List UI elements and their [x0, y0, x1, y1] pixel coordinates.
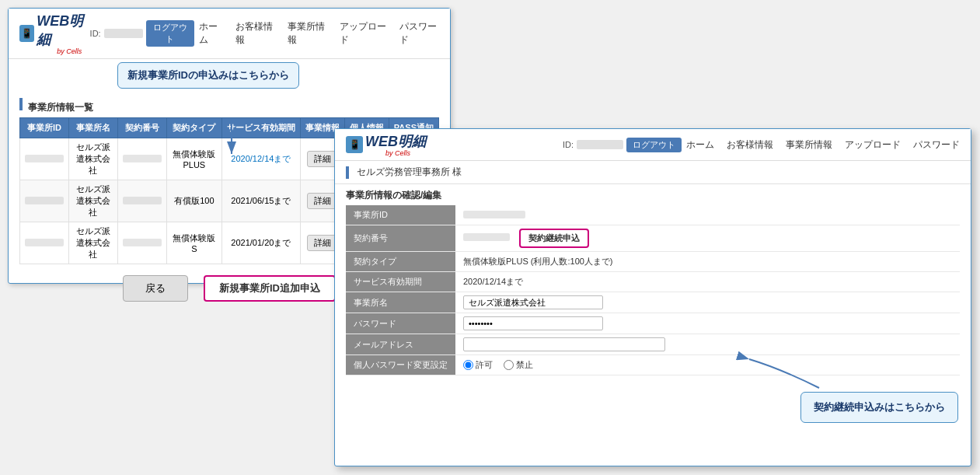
- form-row-contract-no: 契約番号 契約継続申込: [346, 225, 960, 252]
- form-row-office-id: 事業所ID: [346, 205, 960, 225]
- form-row-contract-type: 契約タイプ 無償体験版PLUS (利用人数:100人まで): [346, 252, 960, 272]
- logo-icon-2: 📱: [346, 136, 363, 153]
- nav2-upload[interactable]: アップロード: [845, 138, 901, 152]
- radio-deny[interactable]: [504, 360, 514, 370]
- nav-password[interactable]: パスワード: [399, 20, 439, 47]
- col-contract-type: 契約タイプ: [166, 118, 221, 138]
- label-office-name: 事業所名: [346, 292, 455, 313]
- label-password: パスワード: [346, 313, 455, 334]
- col-service-period: サービス有効期間: [221, 118, 300, 138]
- label-email: メールアドレス: [346, 334, 455, 355]
- value-email: [455, 334, 960, 355]
- nav-office[interactable]: 事業所情報: [288, 20, 327, 47]
- callout-contract-renew: 契約継続申込みはこちらから: [800, 392, 958, 423]
- page-title: 事業所情報一覧: [9, 93, 450, 117]
- col-contract-no: 契約番号: [117, 118, 166, 138]
- id-area: ID: ログアウト: [90, 20, 194, 47]
- form-row-email: メールアドレス: [346, 334, 960, 355]
- password-input[interactable]: [463, 316, 603, 330]
- col-office-name: 事業所名: [69, 118, 118, 138]
- value-password: [455, 313, 960, 334]
- label-service-period: サービス有効期間: [346, 272, 455, 292]
- window1-nav: ホーム お客様情報 事業所情報 アップロード パスワード: [199, 20, 439, 47]
- window2-header-right: ID: ログアウト ホーム お客様情報 事業所情報 アップロード パスワード: [563, 138, 960, 152]
- cell-contract-type: 無償体験版S: [166, 222, 221, 264]
- id-area-2: ID: ログアウト: [563, 138, 682, 152]
- new-office-button[interactable]: 新規事業所ID追加申込: [204, 275, 336, 302]
- window2: 📱 WEB明細 by Cells ID: ログアウト ホーム お客様情報 事業所…: [334, 128, 971, 466]
- value-office-id: [455, 205, 960, 225]
- form-row-office-name: 事業所名: [346, 292, 960, 313]
- label-password-change: 個人パスワード変更設定: [346, 355, 455, 375]
- logout-button-2[interactable]: ログアウト: [626, 138, 682, 152]
- form-row-service-period: サービス有効期間 2020/12/14まで: [346, 272, 960, 292]
- form-row-password: パスワード: [346, 313, 960, 334]
- col-office-id: 事業所ID: [20, 118, 69, 138]
- window2-header: 📱 WEB明細 by Cells ID: ログアウト ホーム お客様情報 事業所…: [335, 129, 971, 161]
- id-label: ID:: [90, 29, 101, 38]
- label-contract-type: 契約タイプ: [346, 252, 455, 272]
- cell-office-name: セルズ派遣株式会社: [69, 180, 118, 222]
- nav2-password[interactable]: パスワード: [913, 138, 960, 152]
- radio-deny-label[interactable]: 禁止: [504, 359, 533, 371]
- breadcrumb: セルズ労務管理事務所 様: [335, 161, 971, 184]
- cell-office-id: [20, 138, 69, 180]
- detail-btn-2[interactable]: 詳細: [307, 193, 338, 209]
- logo-web-text: WEB明細: [37, 12, 89, 49]
- window1-logo: 📱 WEB明細 by Cells: [19, 12, 90, 55]
- window1-header-right: ID: ログアウト ホーム お客様情報 事業所情報 アップロード パスワード: [90, 20, 439, 47]
- label-office-id: 事業所ID: [346, 205, 455, 225]
- cell-contract-type: 有償版100: [166, 180, 221, 222]
- window2-logo: 📱 WEB明細 by Cells: [346, 132, 426, 157]
- period-link[interactable]: 2020/12/14まで: [231, 154, 291, 163]
- back-button[interactable]: 戻る: [123, 275, 188, 302]
- window1-header: 📱 WEB明細 by Cells ID: ログアウト ホーム お客様情報 事業所…: [9, 9, 450, 59]
- detail-btn-3[interactable]: 詳細: [307, 235, 338, 251]
- radio-allow[interactable]: [463, 360, 473, 370]
- cell-period: 2021/01/20まで: [221, 222, 300, 264]
- radio-group: 許可 禁止: [463, 359, 952, 371]
- office-name-input[interactable]: [463, 295, 603, 309]
- id-value: [104, 29, 143, 38]
- nav2-home[interactable]: ホーム: [686, 138, 714, 152]
- cell-office-name: セルズ派遣株式会社: [69, 138, 118, 180]
- nav-customer[interactable]: お客様情報: [235, 20, 275, 47]
- value-office-name: [455, 292, 960, 313]
- form-row-password-change: 個人パスワード変更設定 許可 禁止: [346, 355, 960, 375]
- cell-office-id: [20, 222, 69, 264]
- contract-renew-button[interactable]: 契約継続申込: [519, 229, 589, 248]
- value-contract-type: 無償体験版PLUS (利用人数:100人まで): [455, 252, 960, 272]
- id-value-2: [577, 140, 623, 149]
- cell-contract-no: [117, 138, 166, 180]
- window2-nav: ホーム お客様情報 事業所情報 アップロード パスワード: [686, 138, 960, 152]
- callout-new-office: 新規事業所IDの申込みはこちらから: [117, 62, 299, 89]
- logo-icon: 📱: [19, 25, 34, 42]
- value-password-change: 許可 禁止: [455, 355, 960, 375]
- value-service-period: 2020/12/14まで: [455, 272, 960, 292]
- email-input[interactable]: [463, 337, 665, 351]
- id-label-2: ID:: [563, 140, 574, 149]
- cell-office-name: セルズ派遣株式会社: [69, 222, 118, 264]
- blue-bar-2: [346, 166, 349, 179]
- nav-home[interactable]: ホーム: [199, 20, 223, 47]
- form-section-title: 事業所情報の確認/編集: [335, 184, 971, 205]
- form-table: 事業所ID 契約番号 契約継続申込 契約タイプ 無償体験版PLUS (利用人数:…: [346, 205, 960, 375]
- cell-contract-no: [117, 222, 166, 264]
- nav-upload[interactable]: アップロード: [340, 20, 387, 47]
- cell-period: 2020/12/14まで: [221, 138, 300, 180]
- nav2-customer[interactable]: お客様情報: [727, 138, 773, 152]
- cell-office-id: [20, 180, 69, 222]
- value-contract-no: 契約継続申込: [455, 225, 960, 252]
- cell-period: 2021/06/15まで: [221, 180, 300, 222]
- logo-web-text-2: WEB明細: [365, 132, 426, 151]
- logout-button[interactable]: ログアウト: [146, 20, 194, 47]
- blue-bar: [19, 98, 23, 110]
- detail-btn-1[interactable]: 詳細: [307, 151, 338, 167]
- cell-contract-type: 無償体験版PLUS: [166, 138, 221, 180]
- cell-contract-no: [117, 180, 166, 222]
- radio-allow-label[interactable]: 許可: [463, 359, 493, 371]
- nav2-office[interactable]: 事業所情報: [786, 138, 832, 152]
- label-contract-no: 契約番号: [346, 225, 455, 252]
